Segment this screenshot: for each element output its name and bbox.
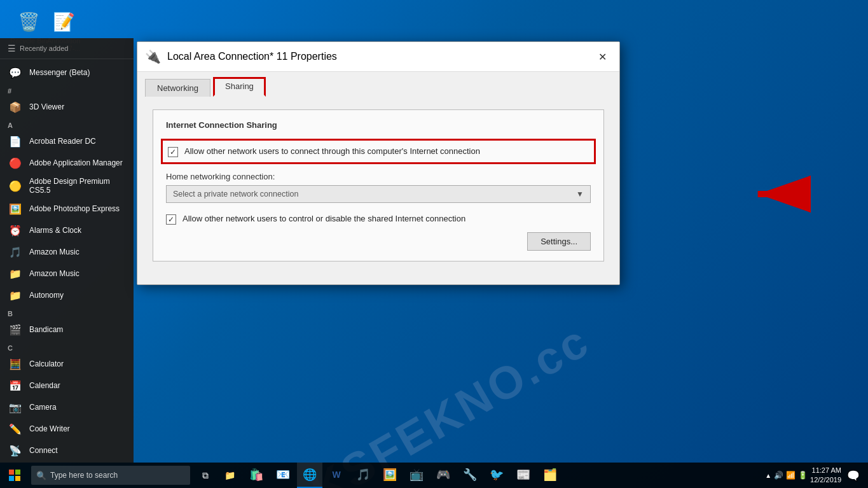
checkbox-allow-control-label: Allow other network users to control or …: [183, 213, 465, 225]
app-item-alarms[interactable]: ⏰ Alarms & Clock: [0, 220, 134, 241]
taskbar-app-tools[interactable]: 🔧: [457, 463, 483, 488]
start-menu-header: ☰ Recently added: [0, 38, 134, 59]
connect-icon: 📡: [8, 443, 23, 458]
chevron-down-icon: ▼: [576, 190, 584, 199]
properties-dialog: 🔌 Local Area Connection* 11 Properties ✕…: [137, 41, 620, 285]
adobe-design-icon: 🟡: [8, 178, 23, 193]
taskbar-word[interactable]: W: [324, 463, 349, 488]
taskbar-app-music[interactable]: 🎵: [350, 463, 376, 488]
home-networking-row: Home networking connection: Select a pri…: [166, 172, 591, 203]
checkbox-allow-connect[interactable]: [168, 147, 178, 157]
svg-rect-2: [9, 470, 14, 475]
expand-tray-icon[interactable]: ▲: [765, 472, 771, 479]
hamburger-icon[interactable]: ☰: [8, 43, 16, 53]
app-item-calculator[interactable]: 🧮 Calculator: [0, 353, 134, 375]
app-item-messenger[interactable]: 💬 Messenger (Beta): [0, 62, 134, 83]
dialog-tabs: Networking Sharing: [137, 72, 619, 97]
dialog-content: Internet Connection Sharing Allow other …: [137, 97, 619, 284]
app-item-3dviewer[interactable]: 📦 3D Viewer: [0, 96, 134, 118]
checkbox-control-row: Allow other network users to control or …: [166, 213, 591, 225]
notification-center-button[interactable]: 🗨️: [844, 463, 863, 488]
recently-added-label: Recently added: [20, 45, 68, 52]
settings-row: Settings...: [166, 232, 591, 251]
tab-sharing[interactable]: Sharing: [213, 77, 266, 97]
autonomy-icon: 📁: [8, 288, 23, 303]
home-networking-label: Home networking connection:: [166, 172, 591, 181]
volume-icon[interactable]: 🔊: [774, 471, 783, 480]
section-title: Internet Connection Sharing: [166, 120, 591, 130]
arrow-icon: [747, 175, 811, 213]
calendar-icon: 📅: [8, 378, 23, 393]
app-list: 💬 Messenger (Beta) # 📦 3D Viewer A 📄 Acr…: [0, 59, 134, 463]
network-connection-dropdown[interactable]: Select a private network connection ▼: [166, 185, 591, 203]
app-item-autonomy[interactable]: 📁 Autonomy: [0, 284, 134, 306]
taskbar-app-twitter[interactable]: 🐦: [484, 463, 509, 488]
app-item-photoshop[interactable]: 🖼️ Adobe Photoshop Express: [0, 198, 134, 220]
section-c: C: [0, 343, 134, 353]
taskbar-clock[interactable]: 11:27 AM 12/2/2019: [810, 466, 841, 485]
adobe-mgr-icon: 🔴: [8, 155, 23, 171]
clock-date: 12/2/2019: [810, 475, 841, 485]
app-item-acrobat[interactable]: 📄 Acrobat Reader DC: [0, 130, 134, 152]
messenger-icon: 💬: [8, 65, 23, 80]
taskbar-search-box[interactable]: 🔍 Type here to search: [31, 466, 190, 485]
taskbar-right-area: ▲ 🔊 📶 🔋 11:27 AM 12/2/2019 🗨️: [765, 463, 868, 488]
close-button[interactable]: ✕: [593, 47, 612, 66]
start-button[interactable]: [0, 463, 29, 488]
file-explorer-taskbar[interactable]: 📁: [218, 463, 241, 488]
internet-connection-sharing-section: Internet Connection Sharing Allow other …: [153, 109, 604, 261]
app-item-amazon-music-1[interactable]: 🎵 Amazon Music: [0, 241, 134, 263]
watermark: AKSFEKNO.cc: [270, 314, 598, 488]
checkbox-allow-connect-label: Allow other network users to connect thr…: [184, 146, 480, 157]
3dviewer-icon: 📦: [8, 99, 23, 115]
recycle-bin-icon: 🗑️: [16, 9, 41, 34]
taskbar-mail[interactable]: 📧: [270, 463, 296, 488]
task-view-button[interactable]: ⧉: [194, 463, 217, 488]
taskbar-app-game[interactable]: 🎮: [431, 463, 456, 488]
camera-icon: 📷: [8, 400, 23, 415]
app-item-codewriter[interactable]: ✏️ Code Writer: [0, 418, 134, 440]
clock-time: 11:27 AM: [810, 466, 841, 475]
settings-button[interactable]: Settings...: [527, 232, 591, 251]
windows-logo-icon: [9, 470, 20, 481]
search-icon: 🔍: [36, 471, 46, 480]
arrow-annotation: [747, 175, 811, 213]
dialog-titlebar: 🔌 Local Area Connection* 11 Properties ✕: [137, 42, 619, 72]
app-item-adobe-design[interactable]: 🟡 Adobe Design Premium CS5.5: [0, 174, 134, 198]
taskbar-pinned-apps: 🛍️ 📧 🌐 W 🎵 🖼️ 📺 🎮 🔧 🐦 📰 🗂️: [244, 463, 563, 488]
dialog-title-icon: 🔌: [145, 49, 161, 64]
app-item-amazon-music-2[interactable]: 📁 Amazon Music: [0, 263, 134, 284]
section-b: B: [0, 309, 134, 319]
search-placeholder: Type here to search: [50, 471, 118, 480]
start-menu-panel: ☰ Recently added 💬 Messenger (Beta) # 📦 …: [0, 38, 134, 463]
acrobat-icon: 📄: [8, 134, 23, 149]
system-tray: ▲ 🔊 📶 🔋: [765, 471, 808, 480]
svg-rect-4: [9, 476, 14, 481]
taskbar-app-news[interactable]: 📰: [511, 463, 536, 488]
battery-icon[interactable]: 🔋: [798, 471, 808, 480]
taskbar-edge[interactable]: 🌐: [297, 463, 322, 488]
svg-rect-3: [15, 470, 20, 475]
app-item-bandicam[interactable]: 🎬 Bandicam: [0, 319, 134, 340]
checkbox-allow-control[interactable]: [166, 214, 176, 225]
amazon-music-icon-2: 📁: [8, 266, 23, 281]
tab-networking[interactable]: Networking: [145, 79, 210, 97]
network-icon[interactable]: 📶: [786, 471, 796, 480]
taskbar-app-files[interactable]: 🗂️: [537, 463, 563, 488]
svg-rect-5: [15, 476, 20, 481]
checkbox-allow-connect-row: Allow other network users to connect thr…: [161, 139, 596, 164]
app-item-adobe-mgr[interactable]: 🔴 Adobe Application Manager: [0, 152, 134, 174]
app-item-connect[interactable]: 📡 Connect: [0, 440, 134, 461]
taskbar-store[interactable]: 🛍️: [244, 463, 269, 488]
photoshop-icon: 🖼️: [8, 201, 23, 216]
codewriter-icon: ✏️: [8, 421, 23, 436]
app-item-camera[interactable]: 📷 Camera: [0, 396, 134, 418]
taskbar-system-icons: ⧉ 📁: [194, 463, 241, 488]
taskbar: 🔍 Type here to search ⧉ 📁 🛍️ 📧 🌐 W 🎵 🖼️ …: [0, 463, 868, 488]
section-a: A: [0, 120, 134, 130]
bandicam-icon: 🎬: [8, 322, 23, 337]
app-item-calendar[interactable]: 📅 Calendar: [0, 375, 134, 396]
section-hash: #: [0, 86, 134, 96]
taskbar-app-tv[interactable]: 📺: [404, 463, 429, 488]
taskbar-app-photo[interactable]: 🖼️: [377, 463, 403, 488]
